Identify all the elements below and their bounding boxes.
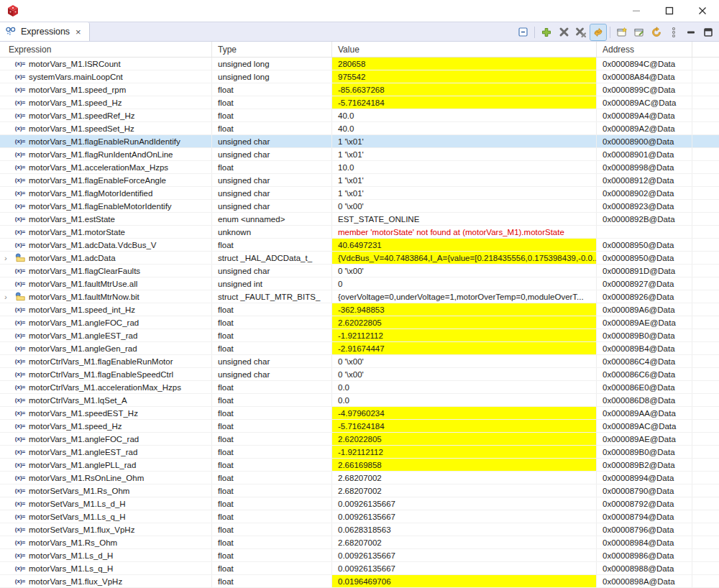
- table-row[interactable]: (x)= motorVars_M1.angleEST_rad float -1.…: [0, 329, 719, 342]
- value-cell[interactable]: 2.66169858: [332, 459, 597, 471]
- value-cell[interactable]: 0: [332, 277, 597, 290]
- value-cell[interactable]: 0.0: [332, 394, 597, 406]
- table-row[interactable]: (x)= motorVars_M1.estState enum <unnamed…: [0, 213, 719, 226]
- table-row[interactable]: (x)= motorVars_M1.angleFOC_rad float 2.6…: [0, 316, 719, 329]
- value-cell[interactable]: -85.6637268: [332, 83, 597, 96]
- table-row[interactable]: (x)= motorSetVars_M1.flux_VpHz float 0.0…: [0, 523, 719, 536]
- table-row[interactable]: (x)= motorCtrlVars_M1.flagEnableSpeedCtr…: [0, 368, 719, 381]
- pin-view-icon[interactable]: [631, 24, 647, 40]
- expander-chevron-icon[interactable]: ›: [0, 254, 12, 262]
- value-cell[interactable]: 40.6497231: [332, 239, 597, 251]
- table-row[interactable]: (x)= systemVars.mainLoopCnt unsigned lon…: [0, 70, 719, 83]
- table-row[interactable]: (x)= motorVars_M1.flagMotorIdentified un…: [0, 187, 719, 200]
- reload-icon[interactable]: [649, 24, 664, 40]
- window-minimize-button[interactable]: [620, 0, 653, 22]
- value-cell[interactable]: -1.92112112: [332, 446, 597, 458]
- table-row[interactable]: (x)= motorSetVars_M1.Rs_Ohm float 2.6820…: [0, 484, 719, 497]
- value-cell[interactable]: EST_STATE_ONLINE: [332, 213, 597, 225]
- column-header-value[interactable]: Value: [332, 42, 597, 57]
- value-cell[interactable]: 975542: [332, 70, 597, 83]
- column-header-address[interactable]: Address: [597, 42, 692, 57]
- table-row[interactable]: (x)= motorVars_M1.ISRCount unsigned long…: [0, 58, 719, 70]
- window-maximize-button[interactable]: [653, 0, 686, 22]
- table-row[interactable]: (x)= motorCtrlVars_M1.flagEnableRunMotor…: [0, 355, 719, 368]
- table-row[interactable]: (x)= motorVars_M1.angleFOC_rad float 2.6…: [0, 433, 719, 446]
- column-header-type[interactable]: Type: [212, 42, 332, 57]
- table-row[interactable]: (x)= motorVars_M1.Ls_q_H float 0.0092613…: [0, 562, 719, 575]
- value-cell[interactable]: {VdcBus_V=40.7483864,I_A={value=[0.21843…: [332, 252, 597, 264]
- value-cell[interactable]: {overVoltage=0,underVoltage=1,motorOverT…: [332, 290, 597, 303]
- table-row[interactable]: (x)= motorCtrlVars_M1.accelerationMax_Hz…: [0, 381, 719, 394]
- add-expression-icon[interactable]: [539, 24, 554, 40]
- table-row[interactable]: (x)= motorVars_M1.accelerationMax_Hzps f…: [0, 161, 719, 174]
- value-cell[interactable]: 0 '\x00': [332, 200, 597, 212]
- table-row[interactable]: (x)= motorVars_M1.speed_Hz float -5.7162…: [0, 96, 719, 109]
- table-row[interactable]: (x)= motorSetVars_M1.Ls_d_H float 0.0092…: [0, 497, 719, 510]
- value-cell[interactable]: 40.0: [332, 109, 597, 121]
- table-row[interactable]: › motorVars_M1.adcData struct _HAL_ADCDa…: [0, 252, 719, 265]
- value-cell[interactable]: 0.0196469706: [332, 575, 597, 587]
- value-cell[interactable]: 1 '\x01': [332, 148, 597, 160]
- table-row[interactable]: (x)= motorVars_M1.anglePLL_rad float 2.6…: [0, 459, 719, 472]
- value-cell[interactable]: 2.62022805: [332, 316, 597, 329]
- value-cell[interactable]: -5.71624184: [332, 96, 597, 109]
- value-cell[interactable]: 0.0: [332, 381, 597, 393]
- value-cell[interactable]: -2.91674447: [332, 342, 597, 354]
- table-row[interactable]: (x)= motorVars_M1.speedEST_Hz float -4.9…: [0, 407, 719, 420]
- remove-expression-icon[interactable]: [556, 24, 572, 40]
- table-row[interactable]: (x)= motorVars_M1.adcData.VdcBus_V float…: [0, 239, 719, 252]
- minimize-view-icon[interactable]: [683, 24, 699, 40]
- table-row[interactable]: (x)= motorVars_M1.flux_VpHz float 0.0196…: [0, 575, 719, 588]
- table-row[interactable]: (x)= motorVars_M1.motorState unknown mem…: [0, 226, 719, 239]
- value-cell[interactable]: 280658: [332, 58, 597, 70]
- column-header-expression[interactable]: Expression: [0, 42, 212, 57]
- value-cell[interactable]: 1 '\x01': [332, 187, 597, 199]
- table-row[interactable]: (x)= motorVars_M1.speed_int_Hz float -36…: [0, 303, 719, 316]
- value-cell[interactable]: -5.71624184: [332, 420, 597, 432]
- table-row[interactable]: (x)= motorVars_M1.speed_rpm float -85.66…: [0, 83, 719, 96]
- value-cell[interactable]: 0.0628318563: [332, 523, 597, 536]
- table-row[interactable]: (x)= motorVars_M1.flagRunIdentAndOnLine …: [0, 148, 719, 161]
- value-cell[interactable]: 2.62022805: [332, 433, 597, 445]
- remove-all-expressions-icon[interactable]: [573, 24, 589, 40]
- tab-expressions[interactable]: Expressions ×: [0, 22, 90, 41]
- window-close-button[interactable]: [686, 0, 719, 22]
- expander-chevron-icon[interactable]: ›: [0, 293, 12, 301]
- collapse-all-icon[interactable]: [515, 24, 531, 40]
- table-row[interactable]: (x)= motorCtrlVars_M1.IqSet_A float 0.0 …: [0, 394, 719, 407]
- value-cell[interactable]: -1.92112112: [332, 329, 597, 341]
- view-menu-icon[interactable]: [666, 24, 682, 40]
- new-expressions-view-icon[interactable]: [614, 24, 630, 40]
- table-row[interactable]: (x)= motorVars_M1.speedRef_Hz float 40.0…: [0, 109, 719, 122]
- table-row[interactable]: (x)= motorVars_M1.faultMtrUse.all unsign…: [0, 277, 719, 290]
- value-cell[interactable]: -4.97960234: [332, 407, 597, 419]
- table-row[interactable]: (x)= motorVars_M1.flagEnableMotorIdentif…: [0, 200, 719, 213]
- table-row[interactable]: (x)= motorVars_M1.flagClearFaults unsign…: [0, 265, 719, 277]
- value-cell[interactable]: 40.0: [332, 122, 597, 134]
- value-cell[interactable]: 0 '\x00': [332, 265, 597, 277]
- value-cell[interactable]: 1 '\x01': [332, 135, 597, 147]
- table-row[interactable]: (x)= motorVars_M1.Ls_d_H float 0.0092613…: [0, 549, 719, 562]
- table-row[interactable]: (x)= motorVars_M1.flagEnableForceAngle u…: [0, 174, 719, 187]
- value-cell[interactable]: 2.68207002: [332, 536, 597, 548]
- value-cell[interactable]: 0.00926135667: [332, 510, 597, 523]
- maximize-view-icon[interactable]: [700, 24, 716, 40]
- value-cell[interactable]: 10.0: [332, 161, 597, 173]
- table-row[interactable]: (x)= motorVars_M1.angleGen_rad float -2.…: [0, 342, 719, 355]
- value-cell[interactable]: 0.00926135667: [332, 549, 597, 561]
- table-row[interactable]: (x)= motorVars_M1.speedSet_Hz float 40.0…: [0, 122, 719, 135]
- tab-close-icon[interactable]: ×: [74, 27, 83, 37]
- value-cell[interactable]: -362.948853: [332, 303, 597, 316]
- table-row[interactable]: (x)= motorVars_M1.speed_Hz float -5.7162…: [0, 420, 719, 433]
- value-cell[interactable]: 0 '\x00': [332, 368, 597, 380]
- value-cell[interactable]: 0.00926135667: [332, 497, 597, 510]
- table-row[interactable]: (x)= motorSetVars_M1.Ls_q_H float 0.0092…: [0, 510, 719, 523]
- value-cell[interactable]: 0 '\x00': [332, 355, 597, 367]
- table-row[interactable]: (x)= motorVars_M1.flagEnableRunAndIdenti…: [0, 135, 719, 148]
- refresh-icon[interactable]: [590, 24, 606, 40]
- value-cell[interactable]: 1 '\x01': [332, 174, 597, 186]
- table-row[interactable]: › motorVars_M1.faultMtrNow.bit struct _F…: [0, 290, 719, 303]
- value-cell[interactable]: 0.00926135667: [332, 562, 597, 574]
- table-row[interactable]: (x)= motorVars_M1.RsOnLine_Ohm float 2.6…: [0, 472, 719, 484]
- value-cell[interactable]: 2.68207002: [332, 472, 597, 484]
